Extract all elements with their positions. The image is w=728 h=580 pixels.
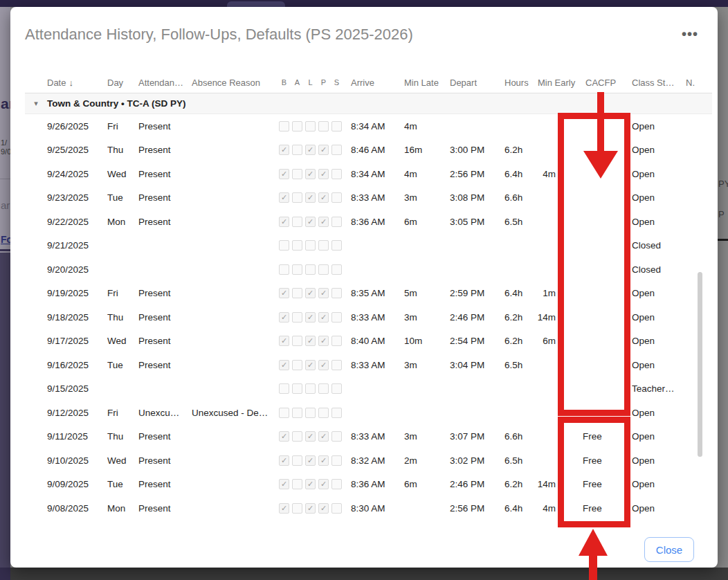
checkbox-s[interactable] (331, 360, 342, 370)
checkbox-s[interactable] (331, 336, 342, 346)
checkbox-s[interactable] (331, 383, 342, 394)
column-header-notes[interactable]: N. (680, 78, 694, 88)
checkbox-a[interactable] (292, 217, 302, 227)
checkbox-p[interactable] (318, 121, 329, 132)
checkbox-s[interactable] (331, 455, 342, 466)
checkbox-s[interactable] (331, 408, 342, 418)
checkbox-b[interactable]: ✓ (279, 312, 289, 323)
checkbox-p[interactable]: ✓ (318, 479, 329, 489)
checkbox-b[interactable]: ✓ (279, 336, 289, 346)
column-header-cacfp[interactable]: CACFP (556, 78, 629, 88)
checkbox-b[interactable]: ✓ (279, 360, 289, 370)
checkbox-a[interactable] (292, 121, 302, 132)
checkbox-l[interactable] (305, 408, 316, 418)
checkbox-p[interactable]: ✓ (318, 192, 329, 203)
checkbox-p[interactable] (318, 240, 329, 251)
checkbox-l[interactable] (305, 264, 316, 275)
checkbox-b[interactable]: ✓ (279, 145, 289, 155)
checkbox-s[interactable] (331, 192, 342, 203)
checkbox-p[interactable]: ✓ (318, 145, 329, 155)
group-row-town-and-country[interactable]: ▾ Town & Country • TC-A (SD PY) (25, 93, 712, 114)
checkbox-a[interactable] (292, 408, 302, 418)
checkbox-s[interactable] (331, 503, 342, 514)
checkbox-s[interactable] (331, 121, 342, 132)
checkbox-a[interactable] (292, 192, 302, 203)
checkbox-a[interactable] (292, 479, 302, 489)
checkbox-b[interactable]: ✓ (279, 192, 289, 203)
column-header-attendance[interactable]: Attendan… (138, 78, 192, 88)
checkbox-b[interactable]: ✓ (279, 503, 289, 514)
checkbox-l[interactable]: ✓ (305, 169, 316, 179)
checkbox-a[interactable] (292, 169, 302, 179)
column-header-hours[interactable]: Hours (502, 78, 535, 88)
column-header-depart[interactable]: Depart (447, 78, 502, 88)
vertical-scrollbar-thumb[interactable] (698, 272, 702, 457)
column-header-absence-reason[interactable]: Absence Reason (192, 78, 279, 88)
checkbox-p[interactable]: ✓ (318, 455, 329, 466)
checkbox-l[interactable]: ✓ (305, 336, 316, 346)
checkbox-b[interactable] (279, 408, 289, 418)
checkbox-p[interactable] (318, 264, 329, 275)
column-header-a[interactable]: A (292, 78, 302, 88)
checkbox-b[interactable]: ✓ (279, 455, 289, 466)
checkbox-p[interactable]: ✓ (318, 169, 329, 179)
checkbox-s[interactable] (331, 288, 342, 298)
checkbox-l[interactable]: ✓ (305, 192, 316, 203)
checkbox-s[interactable] (331, 217, 342, 227)
checkbox-s[interactable] (331, 431, 342, 442)
checkbox-l[interactable]: ✓ (305, 431, 316, 442)
checkbox-b[interactable] (279, 240, 289, 251)
checkbox-p[interactable]: ✓ (318, 217, 329, 227)
column-header-day[interactable]: Day (107, 78, 138, 88)
more-options-icon[interactable]: ••• (682, 26, 698, 42)
checkbox-a[interactable] (292, 240, 302, 251)
checkbox-p[interactable] (318, 408, 329, 418)
checkbox-p[interactable]: ✓ (318, 312, 329, 323)
checkbox-l[interactable]: ✓ (305, 217, 316, 227)
checkbox-a[interactable] (292, 503, 302, 514)
checkbox-a[interactable] (292, 312, 302, 323)
checkbox-l[interactable] (305, 383, 316, 394)
checkbox-l[interactable]: ✓ (305, 312, 316, 323)
checkbox-l[interactable] (305, 240, 316, 251)
checkbox-l[interactable] (305, 121, 316, 132)
column-header-s[interactable]: S (331, 78, 342, 88)
checkbox-a[interactable] (292, 145, 302, 155)
close-button[interactable]: Close (644, 537, 694, 562)
checkbox-l[interactable]: ✓ (305, 360, 316, 370)
checkbox-a[interactable] (292, 455, 302, 466)
checkbox-l[interactable]: ✓ (305, 145, 316, 155)
checkbox-b[interactable]: ✓ (279, 217, 289, 227)
column-header-min-early[interactable]: Min Early (538, 78, 556, 88)
checkbox-b[interactable] (279, 383, 289, 394)
column-header-date[interactable]: Date↓ (47, 78, 107, 88)
checkbox-p[interactable]: ✓ (318, 503, 329, 514)
checkbox-p[interactable]: ✓ (318, 288, 329, 298)
column-header-min-late[interactable]: Min Late (400, 78, 447, 88)
checkbox-a[interactable] (292, 360, 302, 370)
checkbox-b[interactable] (279, 264, 289, 275)
checkbox-b[interactable]: ✓ (279, 431, 289, 442)
checkbox-a[interactable] (292, 264, 302, 275)
checkbox-p[interactable]: ✓ (318, 431, 329, 442)
checkbox-l[interactable]: ✓ (305, 479, 316, 489)
checkbox-s[interactable] (331, 169, 342, 179)
checkbox-l[interactable]: ✓ (305, 503, 316, 514)
checkbox-b[interactable]: ✓ (279, 169, 289, 179)
checkbox-a[interactable] (292, 431, 302, 442)
checkbox-p[interactable] (318, 383, 329, 394)
checkbox-b[interactable]: ✓ (279, 479, 289, 489)
checkbox-s[interactable] (331, 240, 342, 251)
checkbox-p[interactable]: ✓ (318, 336, 329, 346)
column-header-class-status[interactable]: Class St… (629, 78, 680, 88)
checkbox-s[interactable] (331, 145, 342, 155)
checkbox-b[interactable]: ✓ (279, 288, 289, 298)
column-header-l[interactable]: L (305, 78, 316, 88)
checkbox-l[interactable]: ✓ (305, 288, 316, 298)
column-header-arrive[interactable]: Arrive (351, 78, 400, 88)
column-header-p[interactable]: P (318, 78, 329, 88)
checkbox-b[interactable] (279, 121, 289, 132)
checkbox-a[interactable] (292, 383, 302, 394)
checkbox-s[interactable] (331, 479, 342, 489)
checkbox-a[interactable] (292, 288, 302, 298)
